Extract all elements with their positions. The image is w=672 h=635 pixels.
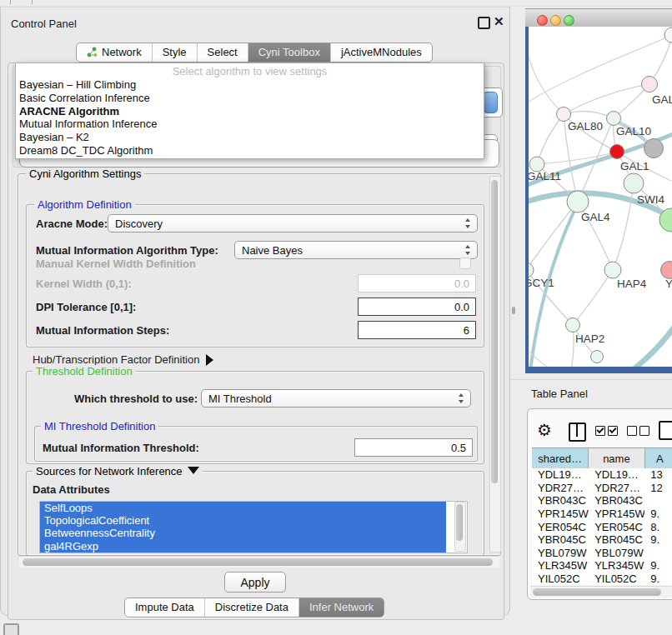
table-row[interactable]: YBR045CYBR045C9.: [532, 533, 672, 547]
network-node[interactable]: [604, 262, 621, 278]
algorithm-option[interactable]: Bayesian – K2: [16, 131, 484, 144]
column-header[interactable]: shared…: [532, 448, 589, 468]
settings-vertical-scrollbar[interactable]: [489, 176, 501, 552]
network-window-titlebar[interactable]: [525, 8, 672, 28]
tab-discretize-data[interactable]: Discretize Data: [205, 598, 299, 617]
float-window-icon[interactable]: [478, 17, 490, 29]
tab-infer-network[interactable]: Infer Network: [299, 598, 384, 617]
dpi-tolerance-label: DPI Tolerance [0,1]:: [36, 301, 136, 313]
network-node[interactable]: [591, 351, 604, 363]
tab-select[interactable]: Select: [198, 43, 248, 62]
network-node[interactable]: [557, 108, 571, 122]
algorithm-option[interactable]: ARACNE Algorithm: [16, 105, 484, 118]
table-cell: YER054C: [589, 521, 644, 533]
apply-button[interactable]: Apply: [224, 572, 286, 592]
mi-threshold-field[interactable]: 0.5: [354, 438, 473, 457]
network-node[interactable]: [529, 262, 534, 278]
table-row[interactable]: YDL19…YDL19…13: [532, 468, 672, 482]
attribute-item[interactable]: SelfLoops: [40, 502, 446, 514]
table-partial-icon[interactable]: [659, 421, 672, 440]
network-canvas[interactable]: GALGAL80GAL10GAL1GAL11SWI4GAL4GCY1HAP4YH…: [529, 27, 672, 367]
attributes-vertical-scrollbar[interactable]: [454, 502, 466, 552]
column-header[interactable]: A: [645, 448, 672, 468]
which-threshold-label: Which threshold to use:: [74, 392, 198, 405]
tab-cyni-toolbox[interactable]: Cyni Toolbox: [248, 43, 331, 62]
network-node[interactable]: [610, 145, 624, 159]
table-row[interactable]: YPR145WYPR145W9.: [532, 508, 672, 521]
hub-section-toggle[interactable]: Hub/Transcription Factor Definition: [33, 353, 213, 366]
which-threshold-combo[interactable]: MI Threshold: [201, 389, 471, 408]
network-node[interactable]: [566, 318, 580, 332]
network-node[interactable]: [661, 262, 672, 279]
algorithm-option[interactable]: Bayesian – Hill Climbing: [16, 78, 484, 92]
tab-impute-data[interactable]: Impute Data: [125, 598, 205, 617]
which-threshold-value: MI Threshold: [208, 392, 272, 405]
algorithm-list: Bayesian – Hill ClimbingBasic Correlatio…: [16, 78, 484, 158]
network-node[interactable]: [644, 139, 664, 158]
aracne-mode-combo[interactable]: Discovery: [108, 214, 478, 232]
gear-icon[interactable]: ⚙: [537, 420, 552, 440]
mi-threshold-label: Mutual Information Threshold:: [43, 442, 199, 454]
network-icon: [87, 47, 98, 58]
attribute-item[interactable]: BetweennessCentrality: [40, 527, 446, 539]
show-columns-icon[interactable]: [595, 426, 618, 436]
tab-style[interactable]: Style: [153, 43, 198, 62]
table-row[interactable]: YBR043CYBR043C: [532, 494, 672, 508]
table-row[interactable]: YIL052CYIL052C9.: [532, 572, 672, 584]
zoom-traffic-light-icon[interactable]: [564, 15, 574, 26]
settings-horizontal-scrollbar[interactable]: [19, 556, 499, 568]
network-edge[interactable]: [529, 35, 672, 106]
column-split-icon[interactable]: [569, 422, 586, 442]
table-cell: 9.: [644, 572, 672, 584]
network-edge[interactable]: [564, 84, 649, 114]
table-header[interactable]: shared…nameA: [532, 448, 672, 469]
algorithm-option[interactable]: Basic Correlation Inference: [16, 92, 484, 105]
table-row[interactable]: YER054CYER054C8.: [532, 520, 672, 533]
algorithm-placeholder: Select algorithm to view settings: [16, 63, 484, 78]
hidden-combo-stepper: [483, 92, 498, 113]
data-attributes-list[interactable]: SelfLoopsTopologicalCoefficientBetweenne…: [39, 501, 468, 553]
table-row[interactable]: YBL079WYBL079W: [532, 547, 672, 560]
network-node[interactable]: [624, 173, 644, 193]
attribute-item[interactable]: TopologicalCoefficient: [40, 514, 446, 527]
minimized-panel-icon[interactable]: [3, 623, 19, 635]
table-row[interactable]: YLR345WYLR345W9.: [532, 559, 672, 572]
network-window-frame: GALGAL80GAL10GAL1GAL11SWI4GAL4GCY1HAP4YH…: [525, 27, 672, 373]
network-node[interactable]: [642, 77, 658, 92]
network-edge[interactable]: [529, 50, 564, 114]
table-horizontal-scrollbar[interactable]: [530, 586, 672, 598]
kernel-width-field[interactable]: 0.0: [358, 274, 476, 292]
split-pane-handle[interactable]: [512, 307, 515, 314]
close-icon[interactable]: ✕: [494, 14, 504, 29]
table-cell: YIL052C: [589, 572, 644, 584]
mi-type-combo[interactable]: Naive Bayes: [234, 241, 478, 259]
column-header[interactable]: name: [589, 448, 644, 468]
sources-title[interactable]: Sources for Network Inference: [33, 465, 203, 478]
attribute-item[interactable]: gal4RGexp: [40, 540, 446, 552]
network-node[interactable]: [664, 28, 672, 42]
algorithm-option[interactable]: Dream8 DC_TDC Algorithm: [16, 144, 484, 158]
panel-divider: [510, 379, 672, 380]
algorithm-option[interactable]: Mutual Information Inference: [16, 118, 484, 131]
minimize-traffic-light-icon[interactable]: [550, 15, 561, 26]
tab-network[interactable]: Network: [77, 43, 153, 62]
table-row[interactable]: YDR27…YDR27…12: [532, 482, 672, 495]
network-edge[interactable]: [537, 114, 564, 164]
manual-kernel-label: Manual Kernel Width Definition: [36, 258, 196, 270]
network-edge[interactable]: [573, 270, 613, 325]
top-tick: [10, 0, 11, 4]
network-edge[interactable]: [564, 111, 614, 118]
close-traffic-light-icon[interactable]: [537, 15, 548, 26]
network-node[interactable]: [607, 112, 621, 126]
table-cell: YPR145W: [589, 508, 644, 520]
network-edge[interactable]: [630, 318, 672, 367]
table-cell: YLR345W: [532, 559, 589, 572]
network-node[interactable]: [567, 191, 589, 212]
table-cell: YBR043C: [589, 494, 644, 507]
mi-steps-field[interactable]: 6: [358, 321, 476, 339]
dpi-tolerance-field[interactable]: 0.0: [358, 298, 476, 316]
chevron-right-icon: [206, 354, 213, 366]
tab-jactivemnodules[interactable]: jActiveMNodules: [331, 43, 432, 62]
manual-kernel-checkbox[interactable]: [459, 258, 471, 269]
hide-columns-icon[interactable]: [627, 426, 649, 436]
